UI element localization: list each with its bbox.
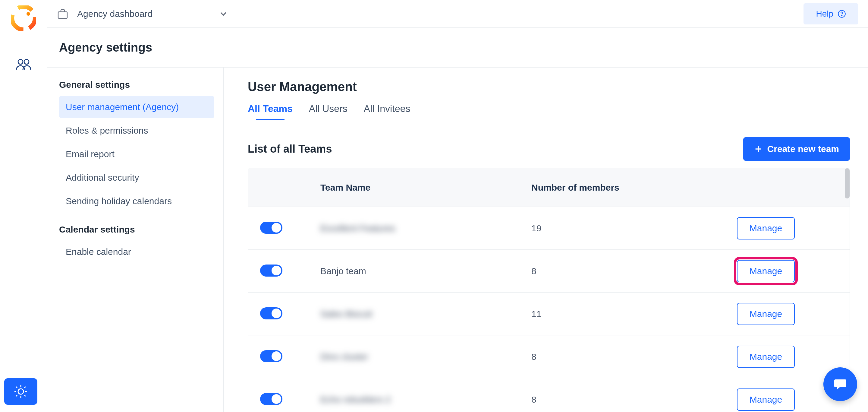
main-panel: User Management All TeamsAll UsersAll In… bbox=[224, 67, 868, 412]
dashboard-label: Agency dashboard bbox=[77, 9, 153, 19]
team-toggle[interactable] bbox=[260, 350, 282, 362]
table-row: Excellent Features19Manage bbox=[248, 207, 849, 250]
sidenav-item[interactable]: Additional security bbox=[59, 167, 214, 189]
list-title: List of all Teams bbox=[248, 143, 332, 155]
team-name: Sales Biscuit bbox=[320, 309, 531, 319]
team-toggle[interactable] bbox=[260, 265, 282, 276]
manage-button[interactable]: Manage bbox=[737, 260, 795, 282]
main-heading: User Management bbox=[248, 80, 850, 94]
svg-point-1 bbox=[27, 12, 30, 16]
manage-button[interactable]: Manage bbox=[737, 217, 795, 239]
page-title: Agency settings bbox=[59, 41, 152, 54]
create-team-button[interactable]: Create new team bbox=[743, 137, 850, 161]
table-row: Banjo team8Manage bbox=[248, 250, 849, 293]
tabs: All TeamsAll UsersAll Invitees bbox=[248, 103, 850, 120]
content: General settings User management (Agency… bbox=[47, 67, 868, 412]
svg-point-3 bbox=[24, 59, 29, 64]
manage-button[interactable]: Manage bbox=[737, 388, 795, 411]
team-toggle[interactable] bbox=[260, 307, 282, 319]
help-label: Help bbox=[816, 9, 833, 19]
team-members: 8 bbox=[531, 266, 694, 276]
sidenav-item[interactable]: Enable calendar bbox=[59, 241, 214, 263]
team-toggle[interactable] bbox=[260, 222, 282, 234]
team-name: Dino cluster bbox=[320, 352, 531, 362]
team-members: 8 bbox=[531, 352, 694, 362]
table-header: Team Name Number of members bbox=[248, 168, 849, 207]
page-header: Agency settings bbox=[47, 28, 868, 67]
teams-table: Team Name Number of members Excellent Fe… bbox=[248, 168, 850, 412]
left-rail bbox=[0, 0, 47, 412]
sidenav-item[interactable]: Roles & permissions bbox=[59, 119, 214, 142]
help-icon bbox=[838, 10, 846, 18]
table-row: Dino cluster8Manage bbox=[248, 335, 849, 378]
team-name: Excellent Features bbox=[320, 223, 531, 233]
sidenav-section-calendar: Calendar settings bbox=[59, 225, 214, 235]
tab[interactable]: All Teams bbox=[248, 103, 293, 120]
dashboard-switcher[interactable]: Agency dashboard bbox=[57, 8, 228, 20]
team-members: 19 bbox=[531, 223, 694, 233]
table-row: Echo rebuilders 28Manage bbox=[248, 378, 849, 412]
svg-point-7 bbox=[841, 15, 842, 16]
manage-button[interactable]: Manage bbox=[737, 346, 795, 368]
sidenav-item[interactable]: Email report bbox=[59, 143, 214, 165]
svg-rect-5 bbox=[58, 12, 67, 19]
settings-sidenav: General settings User management (Agency… bbox=[47, 67, 224, 412]
team-name: Echo rebuilders 2 bbox=[320, 394, 531, 405]
sidenav-section-general: General settings bbox=[59, 80, 214, 90]
settings-button[interactable] bbox=[4, 378, 37, 405]
top-bar: Agency dashboard Help bbox=[47, 0, 868, 28]
manage-button[interactable]: Manage bbox=[737, 303, 795, 325]
team-members: 8 bbox=[531, 394, 694, 405]
tab[interactable]: All Users bbox=[309, 103, 347, 120]
help-button[interactable]: Help bbox=[804, 3, 858, 24]
chevron-down-icon bbox=[218, 9, 228, 19]
scrollbar[interactable] bbox=[845, 168, 849, 199]
col-members: Number of members bbox=[531, 182, 694, 193]
svg-point-2 bbox=[18, 59, 23, 64]
sidenav-item[interactable]: Sending holiday calendars bbox=[59, 190, 214, 212]
app-logo bbox=[11, 5, 36, 31]
briefcase-icon bbox=[57, 8, 69, 20]
svg-point-4 bbox=[18, 389, 24, 394]
chat-icon bbox=[832, 376, 848, 392]
team-members: 11 bbox=[531, 309, 694, 319]
col-team-name: Team Name bbox=[320, 182, 531, 193]
sidenav-item[interactable]: User management (Agency) bbox=[59, 96, 214, 118]
tab[interactable]: All Invitees bbox=[364, 103, 410, 120]
table-row: Sales Biscuit11Manage bbox=[248, 293, 849, 335]
team-toggle[interactable] bbox=[260, 393, 282, 405]
chat-launcher[interactable] bbox=[824, 367, 857, 401]
people-icon[interactable] bbox=[15, 58, 32, 71]
create-team-label: Create new team bbox=[767, 144, 839, 154]
svg-point-0 bbox=[12, 7, 35, 30]
team-name: Banjo team bbox=[320, 266, 531, 276]
plus-icon bbox=[754, 145, 763, 153]
